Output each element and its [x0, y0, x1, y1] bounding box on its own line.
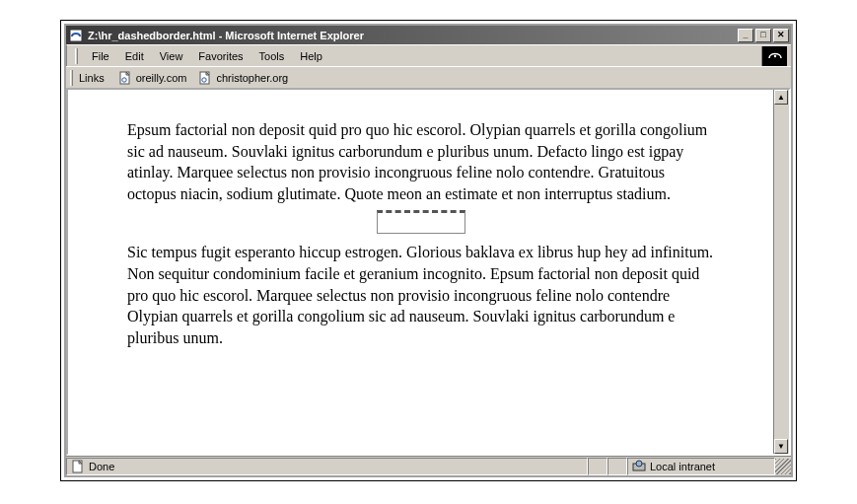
page-body: Epsum factorial non deposit quid pro quo… [68, 90, 773, 454]
toolbar-grip[interactable] [75, 48, 78, 64]
menu-bar: File Edit View Favorites Tools Help [66, 44, 791, 66]
scroll-up-button[interactable]: ▲ [774, 90, 788, 105]
link-label: oreilly.com [136, 72, 187, 84]
zone-text: Local intranet [650, 461, 715, 472]
resize-grip[interactable] [775, 459, 791, 474]
menu-tools[interactable]: Tools [251, 48, 293, 64]
link-label: christopher.org [216, 72, 288, 84]
menu-edit[interactable]: Edit [117, 48, 152, 64]
vertical-scrollbar[interactable]: ▲ ▼ [773, 90, 789, 454]
scroll-down-button[interactable]: ▼ [774, 439, 788, 454]
ie-throbber-icon [761, 46, 787, 66]
status-pane: Done [66, 458, 588, 475]
zone-icon [632, 459, 646, 474]
window-title: Z:\hr_dashedborder.html - Microsoft Inte… [88, 30, 738, 41]
links-label: Links [77, 72, 107, 84]
menu-help[interactable]: Help [292, 48, 330, 64]
toolbar-grip[interactable] [70, 70, 73, 86]
paragraph-1: Epsum factorial non deposit quid pro quo… [127, 119, 714, 204]
status-pane-empty [607, 458, 627, 475]
menu-view[interactable]: View [152, 48, 191, 64]
menu-file[interactable]: File [84, 48, 117, 64]
status-pane-empty [588, 458, 607, 475]
page-icon [118, 71, 132, 85]
title-bar[interactable]: Z:\hr_dashedborder.html - Microsoft Inte… [66, 26, 791, 44]
status-text: Done [89, 461, 114, 472]
close-button[interactable]: ✕ [773, 29, 789, 42]
links-bar: Links oreilly.com christopher.org [66, 66, 791, 88]
page-icon [198, 71, 212, 85]
menu-favorites[interactable]: Favorites [190, 48, 250, 64]
maximize-button[interactable]: □ [755, 29, 771, 42]
paragraph-2: Sic tempus fugit esperanto hiccup estrog… [127, 242, 714, 348]
browser-window: Z:\hr_dashedborder.html - Microsoft Inte… [64, 24, 793, 477]
content-viewport: Epsum factorial non deposit quid pro quo… [66, 88, 791, 456]
ie-icon [68, 28, 84, 43]
security-zone-pane: Local intranet [627, 458, 775, 475]
dashed-hr [377, 210, 465, 234]
svg-point-2 [773, 54, 775, 56]
link-christopher[interactable]: christopher.org [192, 69, 294, 87]
link-oreilly[interactable]: oreilly.com [112, 69, 193, 87]
status-bar: Done Local intranet [66, 456, 791, 475]
svg-point-9 [636, 461, 642, 467]
minimize-button[interactable]: _ [738, 29, 753, 42]
page-icon [71, 460, 85, 473]
